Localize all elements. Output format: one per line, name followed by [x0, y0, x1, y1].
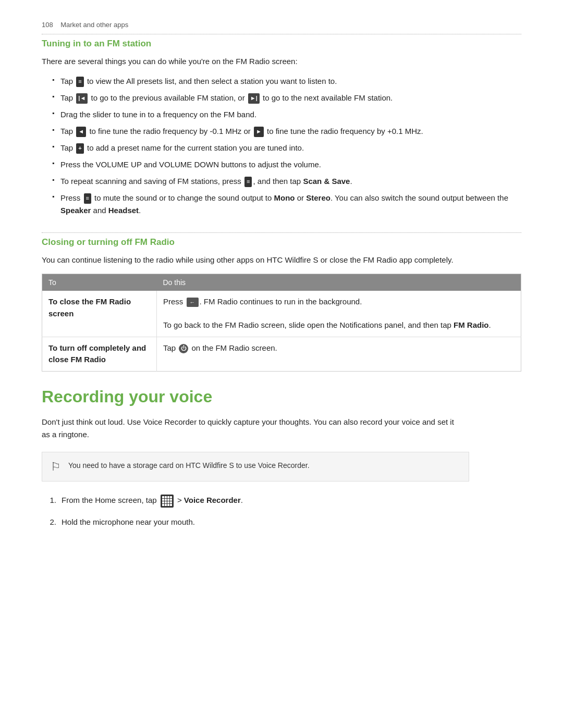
fm-closing-intro: You can continue listening to the radio … [42, 254, 521, 266]
skip-forward-icon: ►| [248, 93, 260, 104]
recording-heading: Recording your voice [42, 387, 521, 406]
bullet-item-4: Tap ◄ to fine tune the radio frequency b… [52, 125, 521, 138]
fm-closing-heading: Closing or turning off FM Radio [42, 237, 521, 248]
table-to-2: To turn off completely and close FM Radi… [42, 337, 157, 371]
stereo-label: Stereo [306, 193, 331, 202]
step-2-number: 2. [42, 516, 56, 528]
table-to-1: To close the FM Radio screen [42, 291, 157, 337]
headset-label: Headset [108, 206, 139, 215]
step-1: 1. From the Home screen, tap [42, 494, 521, 508]
menu-icon-2: ≡ [244, 177, 252, 187]
bullet-item-1: Tap ≡ to view the All presets list, and … [52, 75, 521, 88]
rewind-icon: ◄ [76, 127, 86, 137]
fm-tuning-section: Tuning in to an FM station There are sev… [42, 34, 521, 217]
menu-icon-3: ≡ [84, 193, 91, 204]
table-row-2: To turn off completely and close FM Radi… [42, 337, 521, 371]
fm-tuning-heading: Tuning in to an FM station [42, 39, 521, 49]
recording-section: Recording your voice Don't just think ou… [42, 387, 521, 528]
fm-table: To Do this To close the FM Radio screen … [42, 274, 521, 372]
skip-back-icon: |◄ [76, 93, 88, 104]
voice-recorder-label: Voice Recorder [184, 496, 241, 504]
mono-label: Mono [274, 193, 295, 202]
bullet-item-6: Press the VOLUME UP and VOLUME DOWN butt… [52, 158, 521, 171]
note-flag-icon: ⚐ [51, 460, 61, 474]
section-divider-2 [42, 232, 521, 233]
recording-intro: Don't just think out loud. Use Voice Rec… [42, 416, 459, 442]
bullet-item-8: Press ≡ to mute the sound or to change t… [52, 192, 521, 217]
power-icon: ⏻ [179, 344, 188, 353]
fast-forward-icon: ► [254, 127, 264, 137]
back-arrow-icon: ← [187, 298, 199, 307]
fm-radio-label-1: FM Radio [454, 320, 489, 329]
page-number: 108 Market and other apps [42, 21, 521, 29]
note-text: You need to have a storage card on HTC W… [68, 460, 310, 471]
speaker-label: Speaker [60, 206, 91, 215]
fm-tuning-bullets: Tap ≡ to view the All presets list, and … [42, 75, 521, 217]
table-do-1: Press ←. FM Radio continues to run in th… [157, 291, 521, 337]
fm-tuning-intro: There are several things you can do whil… [42, 55, 521, 68]
step-2-text: Hold the microphone near your mouth. [62, 516, 195, 528]
bullet-item-7: To repeat scanning and saving of FM stat… [52, 175, 521, 188]
add-preset-icon: + [76, 143, 83, 154]
bullet-item-2: Tap |◄ to go to the previous available F… [52, 92, 521, 104]
menu-icon: ≡ [76, 77, 83, 87]
note-box: ⚐ You need to have a storage card on HTC… [42, 452, 469, 482]
section-divider [42, 34, 521, 34]
table-row-1: To close the FM Radio screen Press ←. FM… [42, 291, 521, 337]
bullet-item-5: Tap + to add a preset name for the curre… [52, 142, 521, 154]
table-col1-header: To [42, 274, 157, 291]
apps-grid-icon [161, 495, 174, 508]
step-1-text: From the Home screen, tap [62, 494, 243, 508]
fm-closing-section: Closing or turning off FM Radio You can … [42, 232, 521, 372]
step-2: 2. Hold the microphone near your mouth. [42, 516, 521, 528]
steps-list: 1. From the Home screen, tap [42, 494, 521, 528]
bullet-item-3: Drag the slider to tune in to a frequenc… [52, 108, 521, 121]
table-do-2: Tap ⏻ on the FM Radio screen. [157, 337, 521, 371]
step-1-number: 1. [42, 494, 56, 508]
table-col2-header: Do this [157, 274, 521, 291]
scan-save-label: Scan & Save [303, 177, 350, 186]
